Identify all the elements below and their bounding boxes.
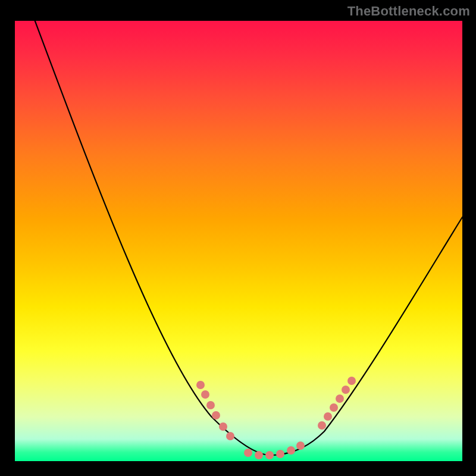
svg-point-10 bbox=[287, 446, 295, 455]
watermark-text: TheBottleneck.com bbox=[347, 4, 470, 19]
beads-right bbox=[318, 377, 356, 430]
svg-point-12 bbox=[318, 421, 326, 430]
svg-point-7 bbox=[255, 451, 263, 459]
svg-point-17 bbox=[347, 377, 356, 385]
svg-point-0 bbox=[196, 381, 205, 389]
svg-point-6 bbox=[244, 449, 252, 457]
svg-point-2 bbox=[206, 401, 215, 409]
bottleneck-curve bbox=[33, 21, 462, 455]
svg-point-15 bbox=[336, 394, 344, 403]
chart-frame: TheBottleneck.com bbox=[0, 0, 476, 476]
svg-point-9 bbox=[276, 450, 284, 458]
svg-point-1 bbox=[201, 390, 209, 399]
svg-point-5 bbox=[226, 432, 234, 440]
chart-svg bbox=[15, 21, 462, 461]
svg-point-16 bbox=[342, 386, 350, 394]
bottleneck-chart bbox=[15, 21, 462, 461]
svg-point-11 bbox=[296, 441, 305, 450]
svg-point-13 bbox=[324, 412, 332, 421]
svg-point-14 bbox=[330, 403, 338, 412]
svg-point-3 bbox=[212, 411, 220, 419]
svg-point-4 bbox=[219, 422, 227, 431]
svg-point-8 bbox=[265, 451, 274, 459]
beads-left bbox=[196, 381, 234, 440]
